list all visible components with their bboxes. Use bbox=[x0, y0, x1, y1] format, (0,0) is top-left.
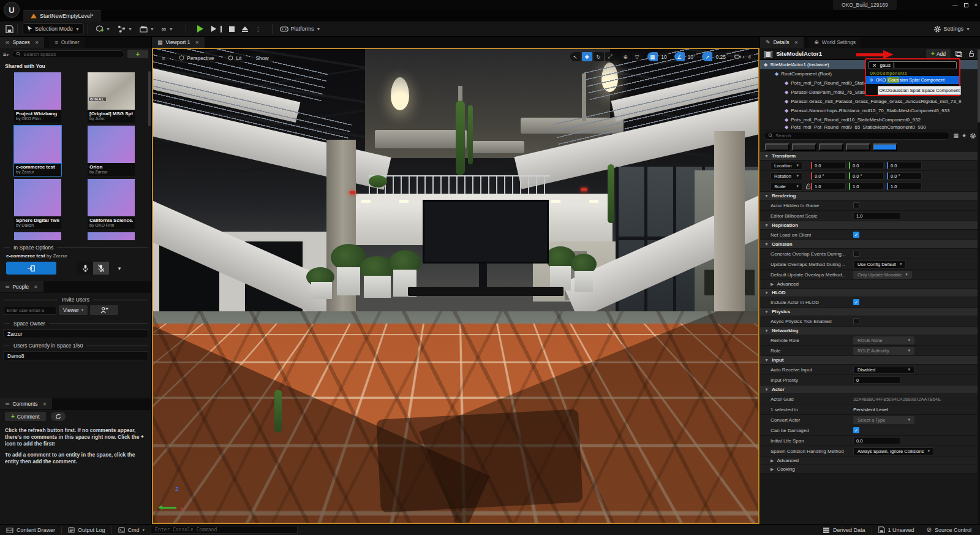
location-dropdown[interactable]: Location▾ bbox=[771, 162, 802, 170]
actor-advanced-row[interactable]: ▶Advanced bbox=[760, 457, 980, 465]
filter-button[interactable] bbox=[846, 143, 870, 151]
grid-snap-toggle[interactable]: ▦ bbox=[647, 52, 658, 61]
menu-item[interactable] bbox=[44, 4, 54, 6]
platforms-dropdown[interactable]: Platforms▼ bbox=[276, 23, 325, 34]
tab-people[interactable]: ∞ People✕ bbox=[0, 281, 43, 292]
spaces-search[interactable] bbox=[12, 50, 124, 58]
filter-button[interactable] bbox=[792, 143, 816, 151]
play-options-button[interactable]: ⋮ bbox=[252, 23, 266, 34]
blueprints-dropdown[interactable]: ▼ bbox=[114, 23, 136, 34]
grid-snap-value[interactable]: 10 bbox=[659, 52, 669, 61]
close-icon[interactable]: ✕ bbox=[43, 401, 47, 407]
audio-options-chevron[interactable]: ▾ bbox=[113, 262, 126, 275]
tab-outliner[interactable]: ≡ Outliner bbox=[49, 37, 85, 48]
menu-item[interactable] bbox=[54, 4, 64, 6]
mic-muted-button[interactable] bbox=[93, 262, 109, 275]
details-search-input[interactable] bbox=[775, 133, 946, 138]
add-space-button[interactable]: + bbox=[127, 50, 148, 58]
location-x-field[interactable]: 0.0 bbox=[811, 162, 846, 169]
location-y-field[interactable]: 0.0 bbox=[849, 162, 884, 169]
rotation-snap-toggle[interactable]: ∠ bbox=[674, 52, 685, 61]
details-scrollbar[interactable] bbox=[978, 48, 980, 524]
component-row[interactable]: ◆ Parasol-Grass_mdl_Parasol_Grass_Foliag… bbox=[760, 97, 980, 106]
menu-item[interactable] bbox=[34, 4, 44, 6]
rotation-x-field[interactable]: 0.0 ° bbox=[811, 172, 846, 180]
scale-dropdown[interactable]: Scale▾ bbox=[771, 183, 802, 191]
settings-dropdown[interactable]: Settings▼ bbox=[930, 23, 974, 34]
move-tool-button[interactable]: ✚ bbox=[582, 52, 592, 61]
tab-details[interactable]: ✎ Details✕ bbox=[760, 37, 804, 48]
clear-search-icon[interactable]: ✕ bbox=[872, 63, 877, 69]
cooking-row[interactable]: ▶Cooking bbox=[760, 465, 980, 474]
perspective-dropdown[interactable]: Perspective bbox=[173, 53, 219, 63]
component-row[interactable]: ◆ Pots_mdl_Pot_Round_mdl10_StaticMeshCom… bbox=[760, 115, 980, 124]
section-transform[interactable]: ▼Transform bbox=[760, 152, 980, 161]
section-physics[interactable]: ▼Physics bbox=[760, 308, 980, 316]
world-space-toggle[interactable]: ⊕ bbox=[620, 52, 631, 61]
collision-advanced-row[interactable]: ▶Advanced bbox=[760, 280, 980, 289]
viewport-3d-scene[interactable]: ≡ Perspective Lit Show ↖ ✚ ↻ ⤢ bbox=[152, 48, 760, 524]
rotate-tool-button[interactable]: ↻ bbox=[594, 52, 604, 61]
menu-item[interactable] bbox=[74, 4, 83, 6]
rotation-z-field[interactable]: 0.0 ° bbox=[887, 172, 922, 180]
auto-receive-input-dropdown[interactable]: Disabled▾ bbox=[853, 366, 914, 374]
component-row[interactable]: ◆ Pots_mdl_Pot_Round_mdl9_65_StaticMeshC… bbox=[760, 124, 980, 129]
close-icon[interactable]: ✕ bbox=[34, 284, 38, 290]
viewport-options-menu[interactable]: ≡ bbox=[157, 53, 170, 63]
close-icon[interactable]: ✕ bbox=[195, 40, 200, 45]
derived-data-button[interactable]: Derived Data bbox=[816, 527, 872, 533]
camera-speed-value[interactable]: 4 bbox=[744, 52, 755, 61]
space-card[interactable]: Orion by Zarzur bbox=[88, 126, 135, 176]
tab-spaces[interactable]: ∞ Spaces✕ bbox=[0, 37, 44, 48]
role-dropdown[interactable]: Viewer▾ bbox=[59, 305, 88, 315]
content-drawer-button[interactable]: Content Drawer bbox=[0, 525, 61, 535]
filter-button[interactable] bbox=[765, 143, 790, 151]
can-be-damaged-checkbox[interactable]: ✓ bbox=[853, 427, 859, 433]
minimize-button[interactable]: — bbox=[952, 2, 958, 8]
menu-item[interactable] bbox=[93, 4, 103, 6]
scale-z-field[interactable]: 1.0 bbox=[887, 183, 922, 190]
section-input[interactable]: ▼Input bbox=[760, 356, 980, 365]
select-tool-button[interactable]: ↖ bbox=[570, 52, 581, 61]
refresh-comments-button[interactable] bbox=[51, 412, 66, 421]
section-rendering[interactable]: ▼Rendering bbox=[760, 192, 980, 200]
unsaved-button[interactable]: 1 Unsaved bbox=[872, 526, 921, 533]
filter-icon[interactable]: ≡▾ bbox=[3, 51, 9, 58]
initial-life-span-field[interactable]: 0.0 bbox=[853, 437, 901, 444]
rotation-snap-value[interactable]: 10° bbox=[686, 52, 698, 61]
component-search[interactable]: ✕ gaus bbox=[869, 61, 957, 69]
async-physics-checkbox[interactable] bbox=[853, 318, 859, 324]
section-actor[interactable]: ▼Actor bbox=[760, 385, 980, 394]
skip-button[interactable] bbox=[207, 23, 225, 34]
add-comment-button[interactable]: +Comment bbox=[5, 412, 46, 421]
filter-button[interactable] bbox=[873, 143, 897, 151]
add-component-button[interactable]: +Add bbox=[926, 49, 951, 58]
cmd-dropdown[interactable]: Cmd▾ bbox=[112, 525, 151, 535]
update-overlaps-dropdown[interactable]: Use Config Default▾ bbox=[853, 260, 906, 268]
component-row[interactable]: ◆ Parasol-Nannorrhops-Ritchiana_mdl15_70… bbox=[760, 106, 980, 115]
surface-snap-button[interactable]: ▽ bbox=[632, 52, 643, 61]
user-row[interactable]: Demo8 bbox=[3, 351, 148, 360]
space-card[interactable]: Sphere Digital Twin by Daksh bbox=[14, 179, 61, 229]
mic-on-button[interactable] bbox=[77, 262, 93, 275]
scale-x-field[interactable]: 1.0 bbox=[811, 183, 846, 190]
net-load-checkbox[interactable]: ✓ bbox=[853, 232, 859, 238]
camera-speed-icon[interactable] bbox=[733, 52, 743, 61]
show-flags-dropdown[interactable]: Show bbox=[250, 53, 274, 63]
section-collision[interactable]: ▼Collision bbox=[760, 240, 980, 249]
scale-snap-value[interactable]: 0.25 bbox=[714, 52, 728, 61]
tab-world-settings[interactable]: ⊕ World Settings bbox=[809, 37, 861, 48]
billboard-scale-field[interactable]: 1.0 bbox=[853, 212, 901, 219]
level-tab[interactable]: StartNewEmptyLevel* bbox=[23, 10, 101, 21]
actor-hidden-checkbox[interactable] bbox=[853, 202, 859, 208]
scale-y-field[interactable]: 1.0 bbox=[849, 183, 884, 190]
selection-mode-dropdown[interactable]: Selection Mode▼ bbox=[23, 23, 84, 34]
output-log-button[interactable]: Output Log bbox=[62, 525, 111, 535]
scale-lock-icon[interactable] bbox=[805, 183, 811, 189]
enter-space-button[interactable] bbox=[6, 262, 56, 275]
close-icon[interactable]: ✕ bbox=[794, 40, 799, 45]
menu-item[interactable] bbox=[24, 4, 34, 6]
browse-blueprint-icon[interactable]: ⧉ bbox=[954, 48, 963, 59]
section-hlod[interactable]: ▼HLOD bbox=[760, 289, 980, 297]
tab-comments[interactable]: ∞ Comments✕ bbox=[0, 398, 52, 409]
